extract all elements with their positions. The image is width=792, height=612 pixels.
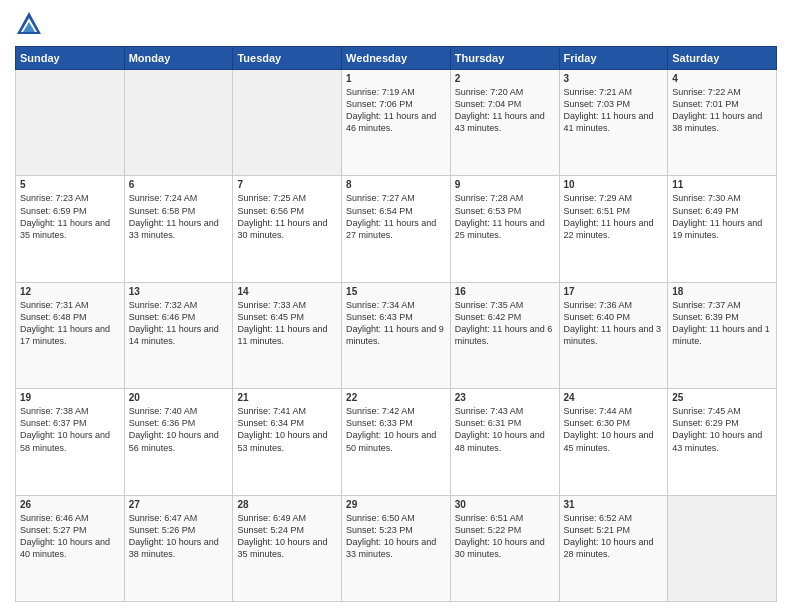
day-number: 26: [20, 499, 120, 510]
cell-content: Sunrise: 7:30 AM Sunset: 6:49 PM Dayligh…: [672, 192, 772, 241]
calendar-cell: 22 Sunrise: 7:42 AM Sunset: 6:33 PM Dayl…: [342, 389, 451, 495]
calendar-cell: 9 Sunrise: 7:28 AM Sunset: 6:53 PM Dayli…: [450, 176, 559, 282]
cell-content: Sunrise: 7:37 AM Sunset: 6:39 PM Dayligh…: [672, 299, 772, 348]
cell-content: Sunrise: 7:44 AM Sunset: 6:30 PM Dayligh…: [564, 405, 664, 454]
day-number: 12: [20, 286, 120, 297]
calendar-cell: 24 Sunrise: 7:44 AM Sunset: 6:30 PM Dayl…: [559, 389, 668, 495]
weekday-header-tuesday: Tuesday: [233, 47, 342, 70]
weekday-header-monday: Monday: [124, 47, 233, 70]
calendar-week-row: 5 Sunrise: 7:23 AM Sunset: 6:59 PM Dayli…: [16, 176, 777, 282]
calendar-cell: 31 Sunrise: 6:52 AM Sunset: 5:21 PM Dayl…: [559, 495, 668, 601]
cell-content: Sunrise: 7:38 AM Sunset: 6:37 PM Dayligh…: [20, 405, 120, 454]
calendar-week-row: 1 Sunrise: 7:19 AM Sunset: 7:06 PM Dayli…: [16, 70, 777, 176]
weekday-header-thursday: Thursday: [450, 47, 559, 70]
cell-content: Sunrise: 7:42 AM Sunset: 6:33 PM Dayligh…: [346, 405, 446, 454]
cell-content: Sunrise: 6:50 AM Sunset: 5:23 PM Dayligh…: [346, 512, 446, 561]
calendar-cell: 19 Sunrise: 7:38 AM Sunset: 6:37 PM Dayl…: [16, 389, 125, 495]
calendar-cell: 15 Sunrise: 7:34 AM Sunset: 6:43 PM Dayl…: [342, 282, 451, 388]
calendar-cell: 7 Sunrise: 7:25 AM Sunset: 6:56 PM Dayli…: [233, 176, 342, 282]
day-number: 27: [129, 499, 229, 510]
calendar-cell: [16, 70, 125, 176]
day-number: 14: [237, 286, 337, 297]
calendar-cell: 6 Sunrise: 7:24 AM Sunset: 6:58 PM Dayli…: [124, 176, 233, 282]
cell-content: Sunrise: 6:52 AM Sunset: 5:21 PM Dayligh…: [564, 512, 664, 561]
cell-content: Sunrise: 7:19 AM Sunset: 7:06 PM Dayligh…: [346, 86, 446, 135]
calendar-cell: 14 Sunrise: 7:33 AM Sunset: 6:45 PM Dayl…: [233, 282, 342, 388]
day-number: 4: [672, 73, 772, 84]
calendar-cell: 21 Sunrise: 7:41 AM Sunset: 6:34 PM Dayl…: [233, 389, 342, 495]
cell-content: Sunrise: 7:45 AM Sunset: 6:29 PM Dayligh…: [672, 405, 772, 454]
calendar-cell: 2 Sunrise: 7:20 AM Sunset: 7:04 PM Dayli…: [450, 70, 559, 176]
day-number: 8: [346, 179, 446, 190]
calendar-week-row: 19 Sunrise: 7:38 AM Sunset: 6:37 PM Dayl…: [16, 389, 777, 495]
calendar-week-row: 26 Sunrise: 6:46 AM Sunset: 5:27 PM Dayl…: [16, 495, 777, 601]
cell-content: Sunrise: 7:29 AM Sunset: 6:51 PM Dayligh…: [564, 192, 664, 241]
cell-content: Sunrise: 7:23 AM Sunset: 6:59 PM Dayligh…: [20, 192, 120, 241]
cell-content: Sunrise: 7:41 AM Sunset: 6:34 PM Dayligh…: [237, 405, 337, 454]
cell-content: Sunrise: 7:34 AM Sunset: 6:43 PM Dayligh…: [346, 299, 446, 348]
cell-content: Sunrise: 7:25 AM Sunset: 6:56 PM Dayligh…: [237, 192, 337, 241]
calendar-cell: 18 Sunrise: 7:37 AM Sunset: 6:39 PM Dayl…: [668, 282, 777, 388]
cell-content: Sunrise: 7:36 AM Sunset: 6:40 PM Dayligh…: [564, 299, 664, 348]
day-number: 7: [237, 179, 337, 190]
day-number: 18: [672, 286, 772, 297]
day-number: 17: [564, 286, 664, 297]
cell-content: Sunrise: 7:35 AM Sunset: 6:42 PM Dayligh…: [455, 299, 555, 348]
day-number: 24: [564, 392, 664, 403]
day-number: 10: [564, 179, 664, 190]
cell-content: Sunrise: 7:40 AM Sunset: 6:36 PM Dayligh…: [129, 405, 229, 454]
calendar-cell: 28 Sunrise: 6:49 AM Sunset: 5:24 PM Dayl…: [233, 495, 342, 601]
calendar-cell: 17 Sunrise: 7:36 AM Sunset: 6:40 PM Dayl…: [559, 282, 668, 388]
calendar-cell: 23 Sunrise: 7:43 AM Sunset: 6:31 PM Dayl…: [450, 389, 559, 495]
day-number: 25: [672, 392, 772, 403]
day-number: 9: [455, 179, 555, 190]
cell-content: Sunrise: 7:32 AM Sunset: 6:46 PM Dayligh…: [129, 299, 229, 348]
cell-content: Sunrise: 7:24 AM Sunset: 6:58 PM Dayligh…: [129, 192, 229, 241]
calendar-cell: [233, 70, 342, 176]
day-number: 16: [455, 286, 555, 297]
day-number: 2: [455, 73, 555, 84]
cell-content: Sunrise: 6:51 AM Sunset: 5:22 PM Dayligh…: [455, 512, 555, 561]
calendar-table: SundayMondayTuesdayWednesdayThursdayFrid…: [15, 46, 777, 602]
weekday-header-sunday: Sunday: [16, 47, 125, 70]
calendar-cell: 5 Sunrise: 7:23 AM Sunset: 6:59 PM Dayli…: [16, 176, 125, 282]
calendar-cell: 11 Sunrise: 7:30 AM Sunset: 6:49 PM Dayl…: [668, 176, 777, 282]
calendar-cell: 8 Sunrise: 7:27 AM Sunset: 6:54 PM Dayli…: [342, 176, 451, 282]
day-number: 1: [346, 73, 446, 84]
day-number: 6: [129, 179, 229, 190]
calendar-cell: [124, 70, 233, 176]
calendar-cell: 27 Sunrise: 6:47 AM Sunset: 5:26 PM Dayl…: [124, 495, 233, 601]
day-number: 15: [346, 286, 446, 297]
calendar-cell: 29 Sunrise: 6:50 AM Sunset: 5:23 PM Dayl…: [342, 495, 451, 601]
logo: [15, 10, 47, 38]
calendar-cell: 4 Sunrise: 7:22 AM Sunset: 7:01 PM Dayli…: [668, 70, 777, 176]
weekday-header-friday: Friday: [559, 47, 668, 70]
calendar-cell: 25 Sunrise: 7:45 AM Sunset: 6:29 PM Dayl…: [668, 389, 777, 495]
calendar-cell: 10 Sunrise: 7:29 AM Sunset: 6:51 PM Dayl…: [559, 176, 668, 282]
cell-content: Sunrise: 7:28 AM Sunset: 6:53 PM Dayligh…: [455, 192, 555, 241]
cell-content: Sunrise: 7:21 AM Sunset: 7:03 PM Dayligh…: [564, 86, 664, 135]
header: [15, 10, 777, 38]
calendar-cell: [668, 495, 777, 601]
weekday-header-wednesday: Wednesday: [342, 47, 451, 70]
day-number: 5: [20, 179, 120, 190]
day-number: 22: [346, 392, 446, 403]
calendar-week-row: 12 Sunrise: 7:31 AM Sunset: 6:48 PM Dayl…: [16, 282, 777, 388]
cell-content: Sunrise: 7:33 AM Sunset: 6:45 PM Dayligh…: [237, 299, 337, 348]
calendar-cell: 3 Sunrise: 7:21 AM Sunset: 7:03 PM Dayli…: [559, 70, 668, 176]
calendar-cell: 30 Sunrise: 6:51 AM Sunset: 5:22 PM Dayl…: [450, 495, 559, 601]
weekday-header-row: SundayMondayTuesdayWednesdayThursdayFrid…: [16, 47, 777, 70]
cell-content: Sunrise: 6:49 AM Sunset: 5:24 PM Dayligh…: [237, 512, 337, 561]
calendar-cell: 20 Sunrise: 7:40 AM Sunset: 6:36 PM Dayl…: [124, 389, 233, 495]
day-number: 11: [672, 179, 772, 190]
cell-content: Sunrise: 6:46 AM Sunset: 5:27 PM Dayligh…: [20, 512, 120, 561]
cell-content: Sunrise: 7:22 AM Sunset: 7:01 PM Dayligh…: [672, 86, 772, 135]
day-number: 29: [346, 499, 446, 510]
day-number: 20: [129, 392, 229, 403]
day-number: 23: [455, 392, 555, 403]
logo-icon: [15, 10, 43, 38]
calendar-cell: 26 Sunrise: 6:46 AM Sunset: 5:27 PM Dayl…: [16, 495, 125, 601]
day-number: 31: [564, 499, 664, 510]
calendar-cell: 16 Sunrise: 7:35 AM Sunset: 6:42 PM Dayl…: [450, 282, 559, 388]
day-number: 21: [237, 392, 337, 403]
